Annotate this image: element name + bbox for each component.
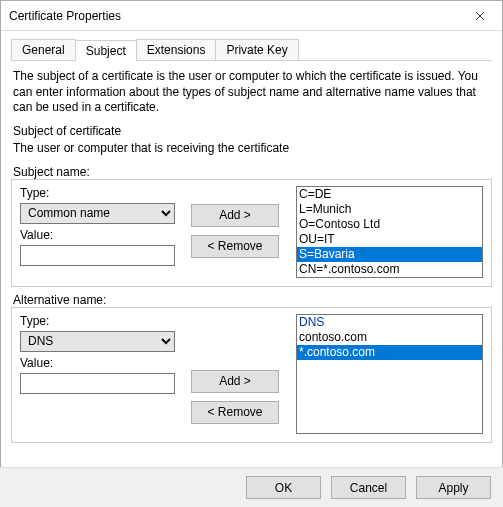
subject-value-input[interactable] [20,245,175,266]
list-item[interactable]: C=DE [297,187,482,202]
subject-subheading: The user or computer that is receiving t… [13,141,490,157]
subject-name-panel: Type: Common name Value: Add > < Remove … [11,179,492,287]
alt-type-label: Type: [20,314,180,328]
subject-value-label: Value: [20,228,180,242]
alt-value-input[interactable] [20,373,175,394]
list-item[interactable]: L=Munich [297,202,482,217]
tab-general[interactable]: General [11,39,76,60]
tab-extensions[interactable]: Extensions [136,39,217,60]
ok-button[interactable]: OK [246,476,321,499]
alt-remove-button[interactable]: < Remove [191,401,279,424]
tab-private-key[interactable]: Private Key [215,39,298,60]
subject-add-button[interactable]: Add > [191,204,279,227]
apply-button[interactable]: Apply [416,476,491,499]
content-area: General Subject Extensions Private Key T… [1,31,502,453]
alternative-name-legend: Alternative name: [13,293,490,307]
window-title: Certificate Properties [9,9,121,23]
description-text: The subject of a certificate is the user… [13,69,490,116]
list-item[interactable]: contoso.com [297,330,482,345]
alt-add-button[interactable]: Add > [191,370,279,393]
subject-type-select[interactable]: Common name [20,203,175,224]
alternative-name-panel: Type: DNS Value: Add > < Remove DNS cont… [11,307,492,443]
subject-type-label: Type: [20,186,180,200]
subject-name-legend: Subject name: [13,165,490,179]
tab-subject[interactable]: Subject [75,40,137,61]
alt-value-label: Value: [20,356,180,370]
list-item[interactable]: *.contoso.com [297,345,482,360]
alt-type-select[interactable]: DNS [20,331,175,352]
subject-list[interactable]: C=DE L=Munich O=Contoso Ltd OU=IT S=Bava… [296,186,483,278]
list-item[interactable]: CN=*.contoso.com [297,262,482,277]
subject-heading: Subject of certificate [13,124,490,140]
list-item[interactable]: O=Contoso Ltd [297,217,482,232]
close-button[interactable] [457,1,502,31]
alt-list[interactable]: DNS contoso.com *.contoso.com [296,314,483,434]
titlebar: Certificate Properties [1,1,502,31]
cancel-button[interactable]: Cancel [331,476,406,499]
close-icon [475,11,485,21]
list-heading: DNS [297,315,482,330]
list-item[interactable]: S=Bavaria [297,247,482,262]
dialog-footer: OK Cancel Apply [0,467,503,507]
tab-bar: General Subject Extensions Private Key [11,39,492,61]
subject-remove-button[interactable]: < Remove [191,235,279,258]
list-item[interactable]: OU=IT [297,232,482,247]
